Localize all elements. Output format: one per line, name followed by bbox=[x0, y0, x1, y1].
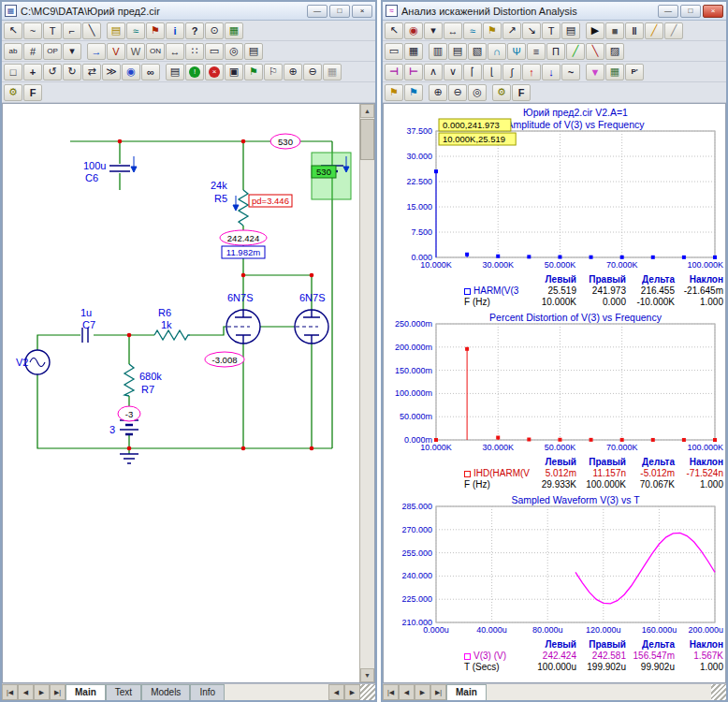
power-probe-icon[interactable]: W bbox=[126, 43, 145, 60]
ink-drop-icon[interactable]: ◉ bbox=[122, 64, 140, 80]
tab-main[interactable]: Main bbox=[66, 684, 106, 700]
ok-badge-icon[interactable]: ! bbox=[185, 64, 204, 80]
clipboard-icon[interactable]: ▣ bbox=[225, 64, 243, 80]
info-icon[interactable]: i bbox=[166, 22, 184, 39]
pane-dense-icon[interactable]: ▥ bbox=[429, 43, 447, 60]
schematic-canvas[interactable]: 530 242.424 -3.008 -3 pd=3.446 11.982m 5… bbox=[2, 103, 375, 683]
tab-nav-first[interactable]: |◀ bbox=[383, 684, 399, 700]
hscroll-right-button[interactable]: ▶ bbox=[344, 684, 360, 700]
zoom-in-icon[interactable]: ⊕ bbox=[429, 84, 447, 101]
tag-value-icon[interactable]: ⚑ bbox=[483, 22, 502, 39]
chart-distortion[interactable]: Percent Distortion of V(3) vs Frequency2… bbox=[386, 311, 725, 457]
tab-nav-next[interactable]: ▶ bbox=[415, 684, 430, 700]
find-icon[interactable]: ∞ bbox=[141, 64, 160, 80]
tab-nav-last[interactable]: ▶| bbox=[430, 684, 446, 700]
hscroll-left-button[interactable]: ◀ bbox=[328, 684, 344, 700]
zoom-out-icon[interactable]: ⊖ bbox=[303, 64, 322, 80]
scroll-up-button[interactable]: ▲ bbox=[360, 104, 374, 118]
scroll-down-button[interactable]: ▼ bbox=[360, 668, 374, 682]
global-low-icon[interactable]: ↓ bbox=[542, 64, 561, 80]
numeric-output-icon[interactable]: ▦ bbox=[605, 64, 624, 80]
dropdown-icon[interactable]: ▾ bbox=[63, 43, 81, 60]
tab-nav-last[interactable]: ▶| bbox=[50, 684, 66, 700]
tab-nav-first[interactable]: |◀ bbox=[2, 684, 18, 700]
text-mode-icon[interactable]: T bbox=[43, 22, 62, 39]
help-pointer-icon[interactable]: ? bbox=[185, 22, 204, 39]
wires[interactable] bbox=[37, 141, 332, 454]
font-icon[interactable]: F bbox=[23, 84, 42, 101]
right-cursor-icon[interactable]: ⊢ bbox=[404, 64, 423, 80]
step-icon[interactable]: ≫ bbox=[102, 64, 121, 80]
note-icon[interactable]: ▤ bbox=[107, 22, 125, 39]
pause-icon[interactable]: ‖ bbox=[625, 22, 644, 39]
select-arrow-icon[interactable]: ↖ bbox=[4, 22, 22, 39]
components[interactable] bbox=[25, 166, 343, 463]
zoom-in-icon[interactable]: ⊕ bbox=[284, 64, 302, 80]
node-number-icon[interactable]: # bbox=[23, 43, 42, 60]
global-high-icon[interactable]: ↑ bbox=[522, 64, 541, 80]
slope-a-icon[interactable]: ╱ bbox=[566, 43, 585, 60]
font-icon[interactable]: F bbox=[512, 84, 531, 101]
vertical-scrollbar[interactable]: ▲ ▼ bbox=[359, 104, 374, 682]
flag-green-icon[interactable]: ⚑ bbox=[244, 64, 263, 80]
grid-pane-icon[interactable]: ▦ bbox=[404, 43, 423, 60]
pane-medium-icon[interactable]: ▤ bbox=[448, 43, 467, 60]
plot-svg[interactable]: Sampled Waveform V(3) vs T285.000270.000… bbox=[386, 493, 725, 636]
hscroll-track[interactable] bbox=[487, 684, 711, 700]
probe-dropdown-icon[interactable]: ▾ bbox=[424, 22, 443, 39]
source-v2[interactable] bbox=[25, 350, 50, 374]
maximize-button[interactable]: □ bbox=[680, 5, 701, 18]
gear-icon[interactable]: ⚙ bbox=[4, 84, 22, 101]
rotate-cw-icon[interactable]: ↻ bbox=[63, 64, 81, 80]
tab-nav-prev[interactable]: ◀ bbox=[399, 684, 415, 700]
flag-white-icon[interactable]: ⚐ bbox=[264, 64, 283, 80]
cursor-line-2-icon[interactable]: ╱ bbox=[664, 22, 683, 39]
resize-grip[interactable] bbox=[360, 684, 375, 700]
tab-main[interactable]: Main bbox=[446, 684, 487, 700]
inflection-icon[interactable]: ∫ bbox=[502, 64, 521, 80]
analog-plot-icon[interactable]: ≈ bbox=[126, 22, 145, 39]
ground-icon[interactable] bbox=[120, 454, 138, 463]
camera-icon[interactable]: ▦ bbox=[323, 64, 342, 80]
zoom-box-icon[interactable]: □ bbox=[4, 64, 22, 80]
run-icon[interactable]: ▶ bbox=[586, 22, 604, 39]
titlebar[interactable]: ▦ C:\MC9\DATA\Юрий пред2.cir —□× bbox=[2, 2, 375, 21]
plot-area[interactable] bbox=[436, 324, 715, 440]
tab-models[interactable]: Models bbox=[141, 684, 190, 700]
line-display-icon[interactable]: ≡ bbox=[527, 43, 546, 60]
slope-up-icon[interactable]: ↗ bbox=[502, 22, 521, 39]
error-badge-icon[interactable]: × bbox=[205, 64, 224, 80]
plot-svg[interactable]: Юрий пред2.cir V2.A=1Amplitude of V(3) v… bbox=[386, 106, 725, 271]
mirror-icon[interactable]: ⇄ bbox=[82, 64, 101, 80]
wire-mode-icon[interactable]: ~ bbox=[23, 22, 42, 39]
gear-icon[interactable]: ⚙ bbox=[492, 84, 511, 101]
zoom-out-icon[interactable]: ⊖ bbox=[448, 84, 467, 101]
left-cursor-icon[interactable]: ⊣ bbox=[385, 64, 403, 80]
voltage-probe-icon[interactable]: V bbox=[107, 43, 125, 60]
minimize-button[interactable]: — bbox=[658, 5, 678, 18]
properties-icon[interactable]: ▤ bbox=[561, 22, 580, 39]
probe-icon[interactable]: ◉ bbox=[404, 22, 423, 39]
wire-arrow-icon[interactable]: ↔ bbox=[166, 43, 184, 60]
next-low-icon[interactable]: ⌊ bbox=[483, 64, 502, 80]
next-high-icon[interactable]: ⌈ bbox=[463, 64, 482, 80]
bias-battery[interactable] bbox=[120, 420, 138, 434]
condition-icon[interactable]: ON bbox=[146, 43, 165, 60]
titlebar[interactable]: ≈ Анализ искажений Distortion Analysis —… bbox=[383, 2, 726, 21]
next-peak-icon[interactable]: ∧ bbox=[424, 64, 443, 80]
current-probe-icon[interactable]: → bbox=[87, 43, 106, 60]
one-pane-icon[interactable]: ▭ bbox=[385, 43, 403, 60]
tube-2[interactable] bbox=[295, 310, 328, 344]
next-valley-icon[interactable]: ∨ bbox=[444, 64, 462, 80]
search-icon[interactable]: ◎ bbox=[225, 43, 243, 60]
minimize-button[interactable]: — bbox=[307, 5, 328, 18]
text-mode-icon[interactable]: T bbox=[542, 22, 561, 39]
tab-info[interactable]: Info bbox=[190, 684, 225, 700]
chart-amplitude[interactable]: Юрий пред2.cir V2.A=1Amplitude of V(3) v… bbox=[386, 106, 725, 274]
resize-grip[interactable] bbox=[711, 684, 726, 700]
tag-x-icon[interactable]: ⚑ bbox=[385, 84, 403, 101]
clock-icon[interactable]: ⊙ bbox=[205, 22, 224, 39]
analog-display-icon[interactable]: ∩ bbox=[488, 43, 506, 60]
two-tone-icon[interactable]: ▨ bbox=[605, 43, 624, 60]
schematic-drawing[interactable]: 530 242.424 -3.008 -3 pd=3.446 11.982m 5… bbox=[3, 104, 359, 682]
